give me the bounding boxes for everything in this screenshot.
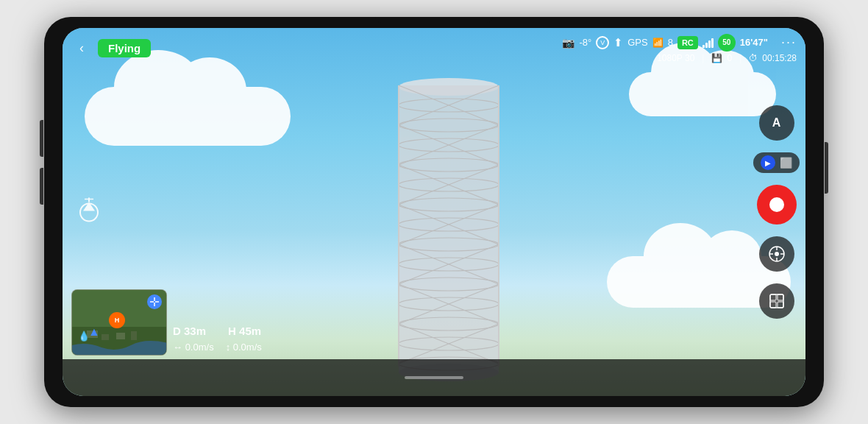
svg-rect-65 bbox=[102, 334, 109, 340]
auto-mode-btn[interactable]: A bbox=[759, 105, 794, 141]
power-btn[interactable] bbox=[825, 142, 828, 194]
record-time: 00:15:28 bbox=[762, 53, 797, 63]
distance-display: D 33m bbox=[173, 322, 206, 340]
hud-status-row2: 1080P 30 | 💾 0 | ⏱ 00:15:28 bbox=[657, 53, 797, 63]
hud-status: 📷 -8° V ⬆ GPS 📶 8 RC bbox=[562, 34, 797, 63]
gallery-btn[interactable] bbox=[759, 283, 794, 319]
rth-icon[interactable] bbox=[76, 197, 102, 228]
more-options-btn[interactable]: ··· bbox=[781, 35, 797, 50]
joystick-btn[interactable] bbox=[759, 236, 794, 272]
video-mode-btn[interactable]: ▶ bbox=[761, 155, 775, 170]
record-icon bbox=[769, 197, 784, 212]
height-display: H 45m bbox=[228, 322, 261, 340]
velocity-icon: V bbox=[596, 36, 609, 49]
height-value: 45m bbox=[239, 325, 261, 337]
home-label: H bbox=[115, 317, 120, 324]
hud-status-row1: 📷 -8° V ⬆ GPS 📶 8 RC bbox=[562, 34, 797, 52]
svg-point-52 bbox=[775, 252, 779, 256]
hud-top-bar: ‹ Flying 📷 -8° V ⬆ GPS 📶 8 RC bbox=[63, 28, 805, 68]
volume-down-btn[interactable] bbox=[40, 168, 43, 205]
telemetry-panel: D 33m H 45m ↔ 0.0m/s ↕ 0.0m/s bbox=[173, 322, 262, 356]
tower-svg bbox=[375, 65, 522, 381]
photo-count: 0 bbox=[727, 53, 732, 63]
height-label: H bbox=[228, 325, 236, 337]
vert-speed: ↕ 0.0m/s bbox=[226, 340, 262, 356]
svg-marker-48 bbox=[83, 202, 95, 211]
svg-rect-66 bbox=[116, 333, 125, 339]
signal-bars bbox=[702, 38, 714, 48]
svg-rect-57 bbox=[770, 294, 783, 308]
battery-circle: 50 bbox=[718, 34, 736, 52]
cloud-1 bbox=[85, 87, 291, 146]
signal-count: 8 bbox=[668, 37, 673, 48]
home-marker: H bbox=[109, 312, 125, 328]
hud-left: ‹ Flying bbox=[71, 38, 562, 59]
horiz-speed: ↔ 0.0m/s bbox=[173, 340, 214, 356]
record-btn[interactable] bbox=[757, 185, 797, 225]
gps-label: GPS bbox=[627, 37, 647, 48]
svg-rect-61 bbox=[778, 302, 783, 308]
horiz-speed-value: 0.0m/s bbox=[185, 342, 214, 353]
svg-rect-59 bbox=[778, 294, 783, 300]
auto-icon: A bbox=[772, 116, 781, 130]
tower-container bbox=[375, 65, 522, 352]
mini-map-compass-btn[interactable] bbox=[147, 294, 162, 309]
joystick-icon bbox=[768, 245, 786, 263]
record-timer-icon: ⏱ bbox=[749, 53, 758, 63]
photo-mode-btn[interactable]: ⬜ bbox=[780, 157, 792, 169]
notch bbox=[375, 17, 493, 23]
camera-angle: -8° bbox=[579, 37, 591, 48]
resolution-label: 1080P 30 bbox=[657, 53, 694, 63]
bottom-nav-bar bbox=[63, 359, 805, 396]
back-button[interactable]: ‹ bbox=[71, 38, 92, 59]
divider2: | bbox=[739, 53, 741, 63]
mini-map[interactable]: H ▲ 💧 bbox=[71, 289, 167, 356]
sd-icon: 💾 bbox=[711, 53, 722, 63]
gps-signal-icon: 📶 bbox=[652, 38, 664, 48]
gallery-icon bbox=[769, 293, 785, 309]
vert-speed-icon: ↕ bbox=[226, 342, 231, 353]
nav-arrow: ▲ bbox=[88, 325, 100, 339]
svg-rect-58 bbox=[770, 294, 776, 300]
compass-icon: ⬆ bbox=[613, 36, 623, 49]
camera-icon: 📷 bbox=[562, 37, 574, 49]
flying-badge: Flying bbox=[98, 39, 151, 57]
bottom-indicator bbox=[405, 376, 463, 379]
distance-value: 33m bbox=[184, 325, 206, 337]
vert-speed-value: 0.0m/s bbox=[233, 342, 262, 353]
rc-label-badge: RC bbox=[677, 36, 698, 49]
flight-time: 16'47" bbox=[740, 37, 768, 48]
tele-row-2: ↔ 0.0m/s ↕ 0.0m/s bbox=[173, 340, 262, 356]
phone-screen: ‹ Flying 📷 -8° V ⬆ GPS 📶 8 RC bbox=[63, 28, 805, 396]
mode-toggle[interactable]: ▶ ⬜ bbox=[753, 152, 800, 173]
horiz-speed-icon: ↔ bbox=[173, 342, 182, 353]
tele-row-1: D 33m H 45m bbox=[173, 322, 262, 340]
svg-rect-67 bbox=[131, 331, 137, 340]
water-icon: 💧 bbox=[78, 331, 90, 342]
divider1: | bbox=[702, 53, 704, 63]
distance-label: D bbox=[173, 325, 181, 337]
svg-rect-60 bbox=[770, 302, 776, 308]
right-sidebar: A ▶ ⬜ bbox=[753, 105, 800, 319]
volume-up-btn[interactable] bbox=[40, 120, 43, 157]
phone-body: ‹ Flying 📷 -8° V ⬆ GPS 📶 8 RC bbox=[44, 17, 824, 407]
